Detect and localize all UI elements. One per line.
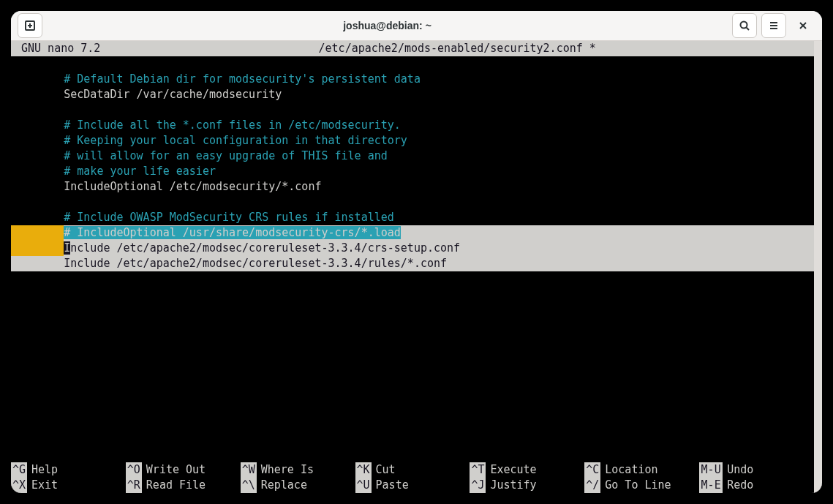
shortcut-label: Location [600,462,657,478]
nano-editor-name: GNU nano 7.2 [11,41,100,56]
shortcut-label: Exit [27,478,58,493]
editor-line: SecDataDir /var/cache/modsecurity [11,87,814,102]
editor-line: # make your life easier [11,164,814,179]
shortcut-label: Paste [372,478,409,493]
terminal-body[interactable]: GNU nano 7.2 /etc/apache2/mods-enabled/s… [11,41,822,493]
shortcut-key: ^J [470,478,486,493]
shortcut-key: ^X [11,478,27,493]
editor-line: # Include OWASP ModSecurity CRS rules if… [11,210,814,225]
shortcut-key: ^O [126,462,142,478]
shortcut-label: Justify [486,478,536,493]
shortcut-key: ^C [584,462,600,478]
shortcut-item: ^OWrite Out [126,462,241,478]
editor-line: # Default Debian dir for modsecurity's p… [11,72,814,87]
close-window-button[interactable] [791,13,815,38]
search-icon [739,20,750,31]
shortcut-item: M-UUndo [699,462,814,478]
shortcut-key: M-U [699,462,723,478]
shortcut-key: ^/ [584,478,600,493]
plus-box-icon [24,20,36,31]
shortcut-label: Execute [486,462,536,478]
shortcut-label: Cut [372,462,396,478]
shortcut-label: Redo [723,478,753,493]
nano-header: GNU nano 7.2 /etc/apache2/mods-enabled/s… [11,41,814,56]
shortcut-item: ^WWhere Is [241,462,355,478]
shortcut-item: M-ERedo [699,478,814,493]
hamburger-menu-button[interactable] [761,13,786,38]
shortcut-item: ^/Go To Line [584,478,699,493]
hamburger-icon [768,20,780,31]
shortcut-key: ^W [241,462,257,478]
shortcut-label: Write Out [142,462,206,478]
shortcut-key: ^T [470,462,486,478]
close-icon [797,20,809,31]
shortcut-item: ^JJustify [470,478,584,493]
editor-line: # will allow for an easy upgrade of THIS… [11,148,814,164]
shortcut-key: ^U [355,478,372,493]
nano-footer-shortcuts: ^GHelp^OWrite Out^WWhere Is^KCut^TExecut… [11,462,814,493]
shortcut-item: ^GHelp [11,462,126,478]
vertical-scrollbar[interactable] [814,41,822,493]
shortcut-item: ^CLocation [584,462,699,478]
terminal-window: joshua@debian: ~ GNU nano 7.2 /etc/apach… [11,11,822,493]
shortcut-item: ^KCut [355,462,470,478]
svg-line-4 [747,28,750,31]
shortcut-key: ^R [126,478,142,493]
shortcut-label: Read File [142,478,206,493]
shortcut-item: ^XExit [11,478,126,493]
editor-line: # IncludeOptional /usr/share/modsecurity… [11,225,814,241]
editor-line [11,195,814,210]
editor-line: Include /etc/apache2/modsec/coreruleset-… [11,256,814,271]
new-tab-button[interactable] [18,13,42,38]
shortcut-label: Help [27,462,58,478]
shortcut-label: Where Is [257,462,314,478]
shortcut-label: Undo [723,462,753,478]
shortcut-item: ^RRead File [126,478,241,493]
shortcut-key: ^G [11,462,27,478]
titlebar: joshua@debian: ~ [11,11,822,41]
shortcut-label: Replace [257,478,307,493]
nano-content-area[interactable]: # Default Debian dir for modsecurity's p… [11,56,814,462]
shortcut-item: ^\Replace [241,478,355,493]
editor-line [11,271,814,287]
shortcut-item: ^TExecute [470,462,584,478]
shortcut-item: ^UPaste [355,478,470,493]
editor-line [11,56,814,72]
editor-line: # Keeping your local configuration in th… [11,133,814,148]
nano-file-path: /etc/apache2/mods-enabled/security2.conf… [319,41,596,56]
shortcut-key: ^\ [241,478,257,493]
shortcut-key: ^K [355,462,372,478]
editor-line: # Include all the *.conf files in /etc/m… [11,118,814,133]
editor-line: IncludeOptional /etc/modsecurity/*.conf [11,179,814,195]
shortcut-label: Go To Line [600,478,671,493]
search-button[interactable] [732,13,757,38]
editor-line [11,102,814,118]
svg-point-3 [741,22,747,29]
window-title: joshua@debian: ~ [45,20,730,31]
shortcut-key: M-E [699,478,723,493]
editor-line: Include /etc/apache2/modsec/coreruleset-… [11,241,814,256]
